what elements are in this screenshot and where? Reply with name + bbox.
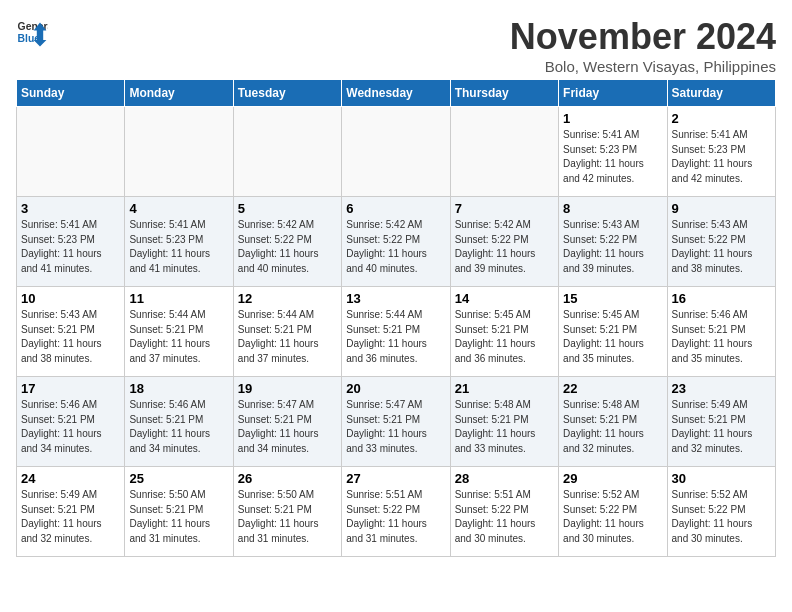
day-info: Sunrise: 5:41 AM Sunset: 5:23 PM Dayligh… [672,128,771,186]
day-number: 9 [672,201,771,216]
calendar-empty-cell [233,107,341,197]
calendar-day-cell: 26Sunrise: 5:50 AM Sunset: 5:21 PM Dayli… [233,467,341,557]
day-info: Sunrise: 5:52 AM Sunset: 5:22 PM Dayligh… [563,488,662,546]
day-info: Sunrise: 5:45 AM Sunset: 5:21 PM Dayligh… [455,308,554,366]
day-number: 18 [129,381,228,396]
day-info: Sunrise: 5:42 AM Sunset: 5:22 PM Dayligh… [346,218,445,276]
calendar-day-cell: 3Sunrise: 5:41 AM Sunset: 5:23 PM Daylig… [17,197,125,287]
calendar-col-header: Tuesday [233,80,341,107]
calendar-week-row: 10Sunrise: 5:43 AM Sunset: 5:21 PM Dayli… [17,287,776,377]
logo-icon: General Blue [16,16,48,48]
day-info: Sunrise: 5:47 AM Sunset: 5:21 PM Dayligh… [238,398,337,456]
calendar-day-cell: 9Sunrise: 5:43 AM Sunset: 5:22 PM Daylig… [667,197,775,287]
day-number: 30 [672,471,771,486]
day-number: 20 [346,381,445,396]
calendar-day-cell: 22Sunrise: 5:48 AM Sunset: 5:21 PM Dayli… [559,377,667,467]
day-number: 23 [672,381,771,396]
calendar-day-cell: 4Sunrise: 5:41 AM Sunset: 5:23 PM Daylig… [125,197,233,287]
calendar-day-cell: 23Sunrise: 5:49 AM Sunset: 5:21 PM Dayli… [667,377,775,467]
day-number: 4 [129,201,228,216]
day-info: Sunrise: 5:44 AM Sunset: 5:21 PM Dayligh… [129,308,228,366]
day-info: Sunrise: 5:47 AM Sunset: 5:21 PM Dayligh… [346,398,445,456]
calendar-col-header: Saturday [667,80,775,107]
day-number: 19 [238,381,337,396]
day-info: Sunrise: 5:46 AM Sunset: 5:21 PM Dayligh… [129,398,228,456]
calendar-week-row: 17Sunrise: 5:46 AM Sunset: 5:21 PM Dayli… [17,377,776,467]
calendar-day-cell: 28Sunrise: 5:51 AM Sunset: 5:22 PM Dayli… [450,467,558,557]
day-number: 14 [455,291,554,306]
day-info: Sunrise: 5:41 AM Sunset: 5:23 PM Dayligh… [21,218,120,276]
day-info: Sunrise: 5:46 AM Sunset: 5:21 PM Dayligh… [672,308,771,366]
calendar-col-header: Monday [125,80,233,107]
day-info: Sunrise: 5:43 AM Sunset: 5:22 PM Dayligh… [563,218,662,276]
day-info: Sunrise: 5:48 AM Sunset: 5:21 PM Dayligh… [455,398,554,456]
calendar-day-cell: 18Sunrise: 5:46 AM Sunset: 5:21 PM Dayli… [125,377,233,467]
calendar-day-cell: 13Sunrise: 5:44 AM Sunset: 5:21 PM Dayli… [342,287,450,377]
day-info: Sunrise: 5:42 AM Sunset: 5:22 PM Dayligh… [238,218,337,276]
day-info: Sunrise: 5:51 AM Sunset: 5:22 PM Dayligh… [346,488,445,546]
page-header: General Blue November 2024 Bolo, Western… [16,16,776,75]
calendar-day-cell: 25Sunrise: 5:50 AM Sunset: 5:21 PM Dayli… [125,467,233,557]
calendar-day-cell: 19Sunrise: 5:47 AM Sunset: 5:21 PM Dayli… [233,377,341,467]
location-subtitle: Bolo, Western Visayas, Philippines [510,58,776,75]
day-number: 24 [21,471,120,486]
calendar-empty-cell [450,107,558,197]
calendar-empty-cell [125,107,233,197]
day-number: 2 [672,111,771,126]
calendar-day-cell: 30Sunrise: 5:52 AM Sunset: 5:22 PM Dayli… [667,467,775,557]
day-info: Sunrise: 5:50 AM Sunset: 5:21 PM Dayligh… [238,488,337,546]
calendar-week-row: 24Sunrise: 5:49 AM Sunset: 5:21 PM Dayli… [17,467,776,557]
title-block: November 2024 Bolo, Western Visayas, Phi… [510,16,776,75]
calendar-day-cell: 5Sunrise: 5:42 AM Sunset: 5:22 PM Daylig… [233,197,341,287]
day-info: Sunrise: 5:49 AM Sunset: 5:21 PM Dayligh… [21,488,120,546]
day-info: Sunrise: 5:48 AM Sunset: 5:21 PM Dayligh… [563,398,662,456]
calendar-day-cell: 12Sunrise: 5:44 AM Sunset: 5:21 PM Dayli… [233,287,341,377]
calendar-week-row: 1Sunrise: 5:41 AM Sunset: 5:23 PM Daylig… [17,107,776,197]
calendar-day-cell: 11Sunrise: 5:44 AM Sunset: 5:21 PM Dayli… [125,287,233,377]
calendar-body: 1Sunrise: 5:41 AM Sunset: 5:23 PM Daylig… [17,107,776,557]
day-number: 15 [563,291,662,306]
calendar-table: SundayMondayTuesdayWednesdayThursdayFrid… [16,79,776,557]
calendar-day-cell: 24Sunrise: 5:49 AM Sunset: 5:21 PM Dayli… [17,467,125,557]
day-info: Sunrise: 5:43 AM Sunset: 5:21 PM Dayligh… [21,308,120,366]
day-number: 12 [238,291,337,306]
day-number: 21 [455,381,554,396]
day-info: Sunrise: 5:44 AM Sunset: 5:21 PM Dayligh… [346,308,445,366]
calendar-col-header: Friday [559,80,667,107]
day-info: Sunrise: 5:44 AM Sunset: 5:21 PM Dayligh… [238,308,337,366]
day-info: Sunrise: 5:41 AM Sunset: 5:23 PM Dayligh… [563,128,662,186]
calendar-empty-cell [342,107,450,197]
day-number: 3 [21,201,120,216]
calendar-col-header: Wednesday [342,80,450,107]
day-number: 28 [455,471,554,486]
month-title: November 2024 [510,16,776,58]
calendar-day-cell: 21Sunrise: 5:48 AM Sunset: 5:21 PM Dayli… [450,377,558,467]
calendar-day-cell: 16Sunrise: 5:46 AM Sunset: 5:21 PM Dayli… [667,287,775,377]
day-info: Sunrise: 5:50 AM Sunset: 5:21 PM Dayligh… [129,488,228,546]
calendar-day-cell: 10Sunrise: 5:43 AM Sunset: 5:21 PM Dayli… [17,287,125,377]
day-info: Sunrise: 5:52 AM Sunset: 5:22 PM Dayligh… [672,488,771,546]
calendar-header-row: SundayMondayTuesdayWednesdayThursdayFrid… [17,80,776,107]
calendar-day-cell: 27Sunrise: 5:51 AM Sunset: 5:22 PM Dayli… [342,467,450,557]
day-number: 25 [129,471,228,486]
day-number: 10 [21,291,120,306]
day-number: 5 [238,201,337,216]
day-number: 26 [238,471,337,486]
day-number: 6 [346,201,445,216]
day-number: 7 [455,201,554,216]
calendar-week-row: 3Sunrise: 5:41 AM Sunset: 5:23 PM Daylig… [17,197,776,287]
day-info: Sunrise: 5:42 AM Sunset: 5:22 PM Dayligh… [455,218,554,276]
day-number: 13 [346,291,445,306]
calendar-day-cell: 14Sunrise: 5:45 AM Sunset: 5:21 PM Dayli… [450,287,558,377]
calendar-day-cell: 1Sunrise: 5:41 AM Sunset: 5:23 PM Daylig… [559,107,667,197]
day-number: 1 [563,111,662,126]
day-number: 17 [21,381,120,396]
day-number: 8 [563,201,662,216]
calendar-day-cell: 2Sunrise: 5:41 AM Sunset: 5:23 PM Daylig… [667,107,775,197]
calendar-col-header: Thursday [450,80,558,107]
day-number: 22 [563,381,662,396]
calendar-day-cell: 17Sunrise: 5:46 AM Sunset: 5:21 PM Dayli… [17,377,125,467]
calendar-day-cell: 29Sunrise: 5:52 AM Sunset: 5:22 PM Dayli… [559,467,667,557]
calendar-day-cell: 7Sunrise: 5:42 AM Sunset: 5:22 PM Daylig… [450,197,558,287]
day-info: Sunrise: 5:49 AM Sunset: 5:21 PM Dayligh… [672,398,771,456]
